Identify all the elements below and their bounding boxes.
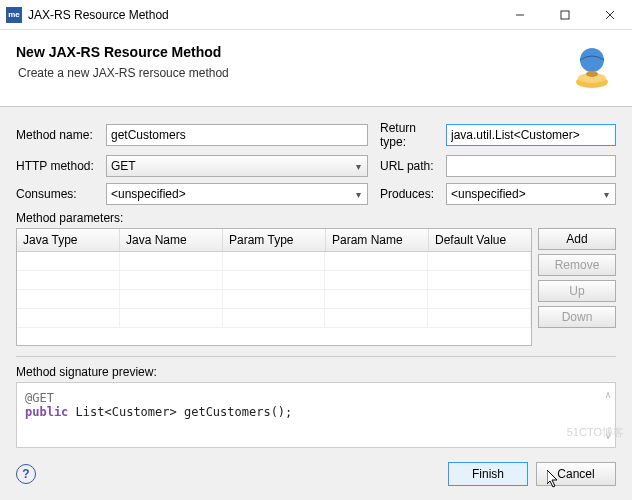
url-path-label: URL path: (372, 159, 442, 173)
maximize-button[interactable] (542, 0, 587, 30)
help-button[interactable]: ? (16, 464, 36, 484)
close-icon (605, 10, 615, 20)
col-param-type[interactable]: Param Type (223, 229, 326, 251)
watermark: 51CTO博客 (567, 425, 624, 440)
window-title: JAX-RS Resource Method (28, 8, 497, 22)
parameter-buttons: Add Remove Up Down (538, 228, 616, 346)
dialog-header: New JAX-RS Resource Method Create a new … (0, 30, 632, 107)
http-method-combo[interactable]: GET (106, 155, 368, 177)
consumes-value: <unspecified> (111, 187, 186, 201)
http-method-label: HTTP method: (16, 159, 102, 173)
preview-label: Method signature preview: (16, 365, 616, 379)
produces-value: <unspecified> (451, 187, 526, 201)
finish-button[interactable]: Finish (448, 462, 528, 486)
col-default-value[interactable]: Default Value (429, 229, 531, 251)
down-button[interactable]: Down (538, 306, 616, 328)
method-name-input[interactable] (106, 124, 368, 146)
wizard-icon (568, 44, 616, 92)
col-java-name[interactable]: Java Name (120, 229, 223, 251)
http-method-value: GET (111, 159, 136, 173)
table-row (17, 290, 531, 309)
title-bar: me JAX-RS Resource Method (0, 0, 632, 30)
produces-label: Produces: (372, 187, 442, 201)
table-header: Java Type Java Name Param Type Param Nam… (17, 229, 531, 252)
close-button[interactable] (587, 0, 632, 30)
table-row (17, 252, 531, 271)
col-param-name[interactable]: Param Name (326, 229, 429, 251)
method-name-label: Method name: (16, 128, 102, 142)
svg-rect-1 (561, 11, 569, 19)
return-type-input[interactable] (446, 124, 616, 146)
cancel-button[interactable]: Cancel (536, 462, 616, 486)
dialog-title: New JAX-RS Resource Method (16, 44, 558, 60)
svg-point-7 (586, 71, 598, 77)
maximize-icon (560, 10, 570, 20)
table-row (17, 309, 531, 328)
svg-point-4 (580, 48, 604, 72)
url-path-input[interactable] (446, 155, 616, 177)
separator (16, 356, 616, 357)
signature-preview: @GET public List<Customer> getCustomers(… (16, 382, 616, 448)
consumes-label: Consumes: (16, 187, 102, 201)
table-row (17, 271, 531, 290)
add-button[interactable]: Add (538, 228, 616, 250)
preview-rest: List<Customer> getCustomers(); (68, 405, 292, 419)
consumes-combo[interactable]: <unspecified> (106, 183, 368, 205)
minimize-button[interactable] (497, 0, 542, 30)
dialog-footer: ? Finish Cancel (0, 452, 632, 500)
up-button[interactable]: Up (538, 280, 616, 302)
col-java-type[interactable]: Java Type (17, 229, 120, 251)
parameters-table[interactable]: Java Type Java Name Param Type Param Nam… (16, 228, 532, 346)
minimize-icon (515, 10, 525, 20)
parameters-label: Method parameters: (16, 211, 616, 225)
dialog-body: Method name: Return type: HTTP method: G… (0, 107, 632, 458)
produces-combo[interactable]: <unspecified> (446, 183, 616, 205)
preview-keyword: public (25, 405, 68, 419)
scroll-up-icon[interactable]: ∧ (605, 389, 611, 400)
preview-annotation: @GET (25, 391, 54, 405)
app-icon: me (6, 7, 22, 23)
dialog-subtitle: Create a new JAX-RS rersouce method (18, 66, 558, 80)
return-type-label: Return type: (372, 121, 442, 149)
remove-button[interactable]: Remove (538, 254, 616, 276)
